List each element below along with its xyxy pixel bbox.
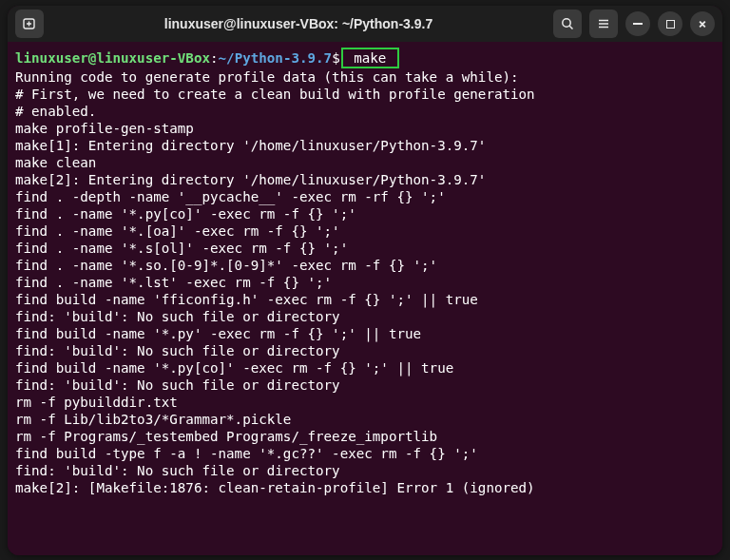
- prompt-sep: :: [210, 50, 219, 66]
- terminal-body[interactable]: linuxuser@linuxuser-VBox:~/Python-3.9.7$…: [8, 42, 722, 555]
- close-icon: ×: [699, 17, 706, 30]
- output-line: find: 'build': No such file or directory: [15, 342, 715, 359]
- output-line: find: 'build': No such file or directory: [15, 377, 715, 394]
- close-button[interactable]: ×: [690, 11, 715, 36]
- output-line: rm -f pybuilddir.txt: [15, 394, 715, 411]
- output-line: find: 'build': No such file or directory: [15, 462, 715, 479]
- output-line: # enabled.: [15, 103, 715, 120]
- output-line: make[2]: Entering directory '/home/linux…: [15, 171, 715, 188]
- output-line: find build -type f -a ! -name '*.gc??' -…: [15, 445, 715, 462]
- output-line: find . -name '*.py[co]' -exec rm -f {} '…: [15, 205, 715, 222]
- output-line: make[2]: [Makefile:1876: clean-retain-pr…: [15, 479, 715, 496]
- output-line: find . -name '*.[oa]' -exec rm -f {} ';': [15, 222, 715, 240]
- prompt-path: ~/Python-3.9.7: [219, 50, 333, 66]
- terminal-output: Running code to generate profile data (t…: [15, 68, 715, 496]
- output-line: find build -name 'fficonfig.h' -exec rm …: [15, 291, 715, 308]
- window-title: linuxuser@linuxuser-VBox: ~/Python-3.9.7: [49, 16, 548, 31]
- new-tab-icon: [22, 16, 37, 31]
- output-line: find: 'build': No such file or directory: [15, 308, 715, 325]
- output-line: find build -name '*.py' -exec rm -f {} '…: [15, 325, 715, 342]
- search-button[interactable]: [553, 10, 582, 38]
- output-line: make profile-gen-stamp: [15, 120, 715, 137]
- prompt-dollar: $: [332, 50, 340, 66]
- minimize-icon: [633, 23, 643, 25]
- new-tab-button[interactable]: [15, 10, 44, 38]
- svg-point-3: [563, 19, 570, 27]
- search-icon: [560, 16, 575, 31]
- output-line: make clean: [15, 154, 715, 171]
- highlighted-command: make: [341, 48, 399, 68]
- menu-button[interactable]: [589, 10, 618, 38]
- output-line: make[1]: Entering directory '/home/linux…: [15, 137, 715, 154]
- output-line: find . -name '*.s[ol]' -exec rm -f {} ';…: [15, 240, 715, 257]
- terminal-window: linuxuser@linuxuser-VBox: ~/Python-3.9.7…: [8, 6, 722, 555]
- minimize-button[interactable]: [625, 11, 650, 36]
- output-line: find . -depth -name '__pycache__' -exec …: [15, 188, 715, 205]
- titlebar: linuxuser@linuxuser-VBox: ~/Python-3.9.7…: [8, 6, 722, 42]
- output-line: Running code to generate profile data (t…: [15, 68, 715, 86]
- svg-line-4: [569, 26, 572, 29]
- maximize-icon: [666, 20, 675, 29]
- maximize-button[interactable]: [658, 11, 682, 36]
- output-line: find build -name '*.py[co]' -exec rm -f …: [15, 359, 715, 377]
- prompt: linuxuser@linuxuser-VBox:~/Python-3.9.7$…: [15, 50, 399, 66]
- output-line: rm -f Programs/_testembed Programs/_free…: [15, 428, 715, 445]
- hamburger-icon: [596, 16, 611, 31]
- output-line: find . -name '*.lst' -exec rm -f {} ';': [15, 274, 715, 291]
- prompt-user-host: linuxuser@linuxuser-VBox: [15, 50, 210, 66]
- output-line: rm -f Lib/lib2to3/*Grammar*.pickle: [15, 411, 715, 428]
- output-line: find . -name '*.so.[0-9]*.[0-9]*' -exec …: [15, 257, 715, 274]
- output-line: # First, we need to create a clean build…: [15, 86, 715, 103]
